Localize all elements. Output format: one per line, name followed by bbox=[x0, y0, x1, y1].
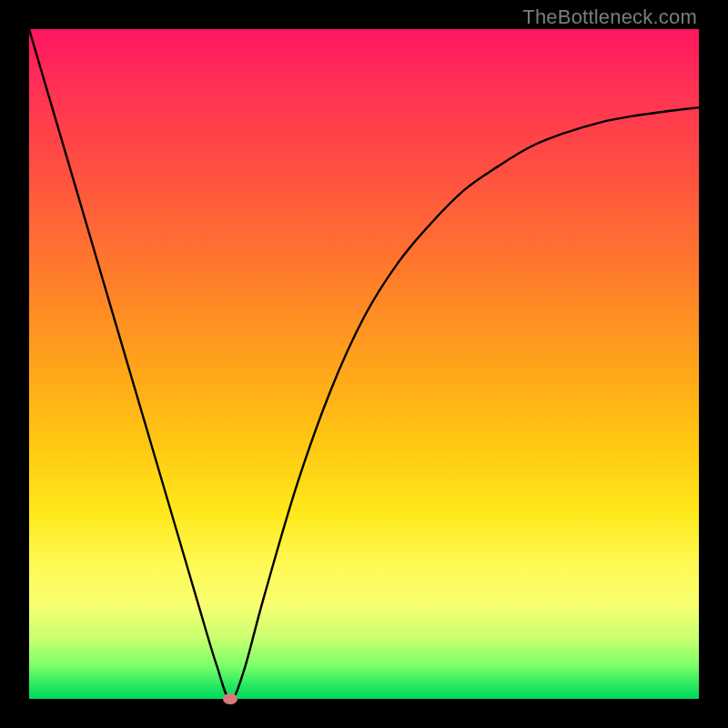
chart-frame: TheBottleneck.com bbox=[0, 0, 728, 728]
source-label: TheBottleneck.com bbox=[522, 5, 697, 29]
minimum-marker bbox=[223, 693, 238, 704]
bottleneck-curve bbox=[29, 29, 699, 699]
plot-area bbox=[29, 29, 699, 699]
